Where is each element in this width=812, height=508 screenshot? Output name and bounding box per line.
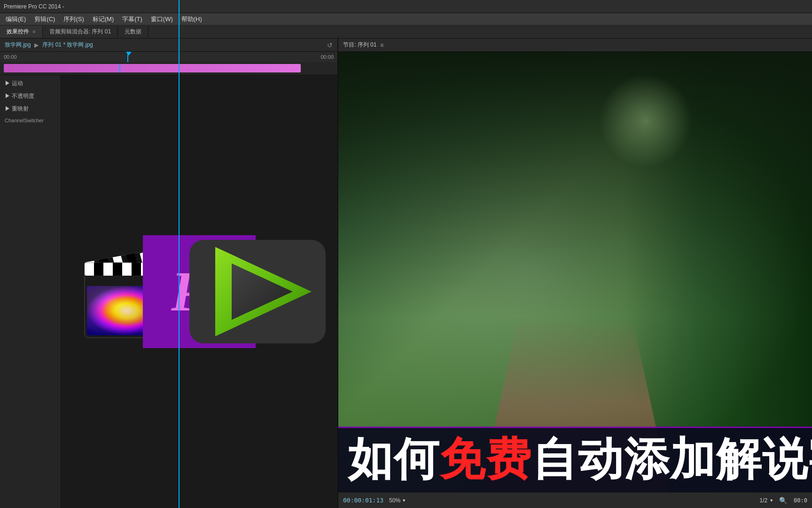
- opacity-property[interactable]: ▶ 不透明度: [0, 90, 61, 103]
- svg-rect-7: [103, 262, 113, 276]
- monitor-menu-icon[interactable]: ≡: [380, 42, 383, 48]
- tree-canopy: [338, 52, 812, 316]
- light-spot: [599, 74, 693, 168]
- playhead-marker: [126, 52, 132, 56]
- zoom-value: 50%: [389, 497, 400, 504]
- remap-property[interactable]: ▶ 重映射: [0, 103, 61, 115]
- vegas-pro-icon: [187, 238, 328, 346]
- menu-help[interactable]: 帮助(H): [178, 14, 206, 24]
- banner-overlay: 如何免费自动添加解说字幕: [338, 427, 812, 492]
- motion-property[interactable]: ▶ 运动: [0, 77, 61, 90]
- title-bar: Premiere Pro CC 2014 -: [0, 0, 812, 13]
- effect-controls-header: 致学网.jpg ▶ 序列 01 * 致学网.jpg ↺: [0, 39, 337, 52]
- magnify-icon[interactable]: 🔍: [779, 497, 787, 504]
- app-title: Premiere Pro CC 2014 -: [4, 3, 64, 10]
- menu-caption[interactable]: 字幕(T): [118, 14, 146, 24]
- extra-timecode: 00:0: [794, 497, 807, 504]
- fraction-arrow: ▼: [769, 498, 773, 503]
- monitor-timecode: 00:00:01:13: [343, 497, 383, 504]
- main-area: 致学网.jpg ▶ 序列 01 * 致学网.jpg ↺ 00:00 00:00: [0, 39, 812, 508]
- timeline-clip-bar: [4, 64, 301, 72]
- track-playhead-ms: [179, 0, 180, 508]
- breadcrumb-sequence: 序列 01 * 致学网.jpg: [42, 41, 93, 49]
- banner-text-highlight: 免费: [440, 434, 532, 484]
- menu-clip[interactable]: 剪辑(C): [31, 14, 59, 24]
- zoom-dropdown-arrow: ▼: [402, 498, 406, 503]
- breadcrumb-arrow: ▶: [34, 42, 39, 48]
- center-overlay-area: Pr: [61, 75, 337, 508]
- banner-text-normal1: 如何: [348, 434, 440, 484]
- source-clip-label: 致学网.jpg: [5, 41, 31, 49]
- program-monitor-video: 如何免费自动添加解说字幕: [338, 52, 812, 492]
- left-panel-body: ▶ 运动 ▶ 不透明度 ▶ 重映射 ChannelSwitcher: [0, 75, 337, 508]
- right-panel: 节目: 序列 01 ≡ 如何免费自动添加解说字幕 00:0: [338, 39, 812, 508]
- panel-tabs-row: 效果控件 ≡ 音频剪辑混合器: 序列 01 元数据: [0, 25, 812, 39]
- menu-bar: 编辑(E) 剪辑(C) 序列(S) 标记(M) 字幕(T) 窗口(W) 帮助(H…: [0, 13, 812, 25]
- svg-rect-6: [94, 262, 103, 276]
- banner-text: 如何免费自动添加解说字幕: [348, 437, 812, 482]
- menu-edit[interactable]: 编辑(E): [2, 14, 30, 24]
- reset-icon[interactable]: ↺: [327, 41, 333, 49]
- channel-switcher-property[interactable]: ChannelSwitcher: [0, 115, 61, 126]
- playhead-line: [127, 52, 128, 62]
- svg-rect-10: [132, 262, 141, 276]
- fraction-display: 1/2 ▼ 🔍 00:0: [759, 497, 807, 504]
- svg-rect-8: [113, 262, 122, 276]
- program-monitor-title: 节目: 序列 01: [343, 41, 376, 49]
- left-panel: 致学网.jpg ▶ 序列 01 * 致学网.jpg ↺ 00:00 00:00: [0, 39, 338, 508]
- tab-effect-controls[interactable]: 效果控件 ≡: [0, 26, 43, 38]
- fraction-value: 1/2: [759, 497, 767, 504]
- effect-properties-list: ▶ 运动 ▶ 不透明度 ▶ 重映射 ChannelSwitcher: [0, 75, 61, 508]
- monitor-controls-bar: 00:00:01:13 50% ▼ 1/2 ▼ 🔍 00:0: [338, 492, 812, 508]
- tab-metadata[interactable]: 元数据: [118, 26, 148, 38]
- zoom-dropdown[interactable]: 50% ▼: [389, 497, 406, 504]
- clip-playhead: [119, 64, 120, 72]
- svg-rect-5: [85, 262, 94, 276]
- ruler-start: 00:00: [4, 54, 17, 60]
- tab-audio-mixer[interactable]: 音频剪辑混合器: 序列 01: [43, 26, 118, 38]
- program-monitor-header: 节目: 序列 01 ≡: [338, 39, 812, 52]
- menu-window[interactable]: 窗口(W): [147, 14, 177, 24]
- ruler-end: 00:00: [320, 54, 334, 60]
- svg-rect-9: [122, 262, 132, 276]
- menu-sequence[interactable]: 序列(S): [60, 14, 87, 24]
- menu-marker[interactable]: 标记(M): [89, 14, 118, 24]
- banner-text-normal2: 自动添加解说字幕: [532, 434, 812, 484]
